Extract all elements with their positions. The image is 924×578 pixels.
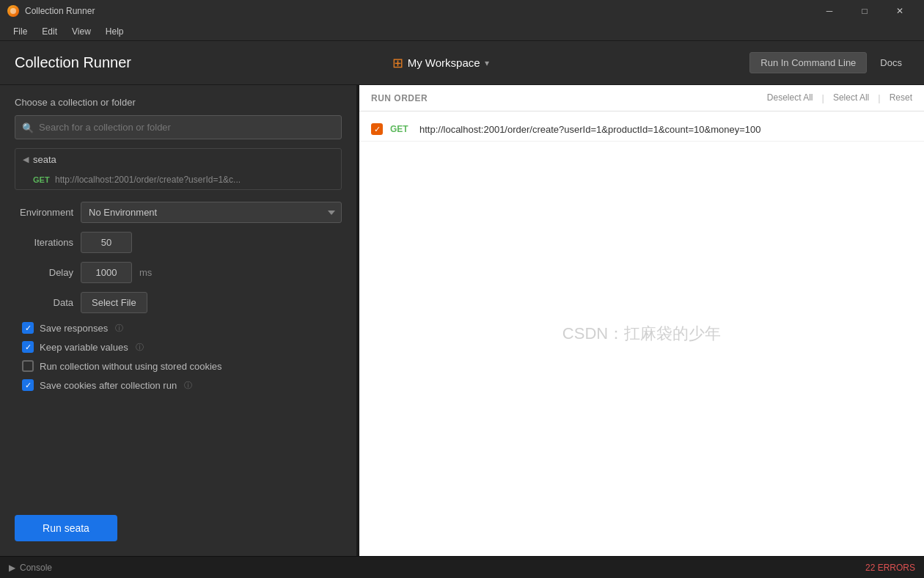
iterations-label: Iterations (15, 237, 73, 248)
run-item: GET http://localhost:2001/order/create?u… (359, 117, 924, 142)
search-icon: 🔍 (22, 122, 34, 133)
run-order-actions: Deselect All | Select All | Reset (767, 92, 912, 103)
menu-file[interactable]: File (6, 23, 34, 40)
run-list: GET http://localhost:2001/order/create?u… (359, 111, 924, 556)
save-responses-label: Save responses (40, 323, 108, 334)
save-cookies-row: Save cookies after collection run ⓘ (15, 379, 342, 391)
postman-icon (7, 5, 19, 17)
workspace-button[interactable]: ⊞ My Workspace ▾ (392, 55, 489, 71)
iterations-input[interactable] (81, 232, 132, 253)
run-command-line-button[interactable]: Run In Command Line (749, 52, 867, 73)
app-header: Collection Runner ⊞ My Workspace ▾ Run I… (0, 41, 924, 85)
sub-item[interactable]: GET http://localhost:2001/order/create?u… (15, 170, 341, 189)
collapse-icon: ◀ (23, 155, 29, 164)
keep-variable-info-icon[interactable]: ⓘ (136, 342, 144, 353)
iterations-row: Iterations (15, 232, 342, 253)
sub-item-url: http://localhost:2001/order/create?userI… (55, 175, 241, 185)
collection-item-seata[interactable]: ◀ seata (15, 149, 341, 170)
workspace-icon: ⊞ (392, 55, 403, 71)
run-no-cookies-checkbox[interactable] (22, 360, 34, 372)
docs-button[interactable]: Docs (873, 53, 909, 73)
menu-view[interactable]: View (65, 23, 98, 40)
separator-2: | (878, 92, 880, 103)
left-panel: Choose a collection or folder 🔍 ◀ seata … (0, 85, 359, 556)
save-responses-row: Save responses ⓘ (15, 322, 342, 334)
keep-variable-label: Keep variable values (40, 342, 128, 353)
run-btn-wrap: Run seata (0, 508, 356, 556)
deselect-all-link[interactable]: Deselect All (767, 92, 813, 103)
reset-link[interactable]: Reset (890, 92, 912, 103)
statusbar-left: ▶ Console (9, 563, 52, 573)
header-right: Run In Command Line Docs (749, 52, 909, 73)
close-button[interactable]: ✕ (883, 0, 917, 22)
delay-label: Delay (15, 267, 73, 278)
run-no-cookies-row: Run collection without using stored cook… (15, 360, 342, 372)
app-title: Collection Runner (15, 54, 131, 71)
statusbar: ▶ Console 22 ERRORS (0, 556, 924, 578)
menubar: File Edit View Help (0, 22, 924, 41)
environment-label: Environment (15, 207, 73, 218)
run-item-method: GET (390, 124, 412, 134)
main-layout: Choose a collection or folder 🔍 ◀ seata … (0, 85, 924, 556)
select-file-button[interactable]: Select File (81, 292, 147, 313)
delay-unit: ms (139, 267, 152, 278)
run-order-header: RUN ORDER Deselect All | Select All | Re… (359, 85, 924, 111)
console-label[interactable]: Console (20, 563, 52, 573)
search-box: 🔍 (15, 115, 342, 139)
search-input[interactable] (15, 115, 342, 139)
data-row: Data Select File (15, 292, 342, 313)
save-cookies-info-icon[interactable]: ⓘ (184, 380, 192, 391)
environment-select[interactable]: No Environment (81, 202, 342, 223)
run-no-cookies-label: Run collection without using stored cook… (40, 361, 222, 372)
choose-label: Choose a collection or folder (15, 97, 342, 108)
save-responses-checkbox[interactable] (22, 322, 34, 334)
maximize-button[interactable]: □ (848, 0, 881, 22)
minimize-button[interactable]: ─ (813, 0, 846, 22)
delay-input[interactable] (81, 262, 132, 283)
right-panel: RUN ORDER Deselect All | Select All | Re… (359, 85, 924, 556)
run-order-title: RUN ORDER (371, 93, 428, 103)
titlebar-left: Collection Runner (7, 5, 95, 17)
titlebar-title: Collection Runner (25, 6, 95, 16)
separator-1: | (822, 92, 824, 103)
save-cookies-checkbox[interactable] (22, 379, 34, 391)
workspace-label: My Workspace (408, 56, 480, 69)
save-responses-info-icon[interactable]: ⓘ (115, 323, 123, 334)
run-item-checkbox[interactable] (371, 123, 383, 135)
data-label: Data (15, 297, 73, 308)
menu-edit[interactable]: Edit (34, 23, 65, 40)
keep-variable-checkbox[interactable] (22, 341, 34, 353)
console-icon: ▶ (9, 563, 15, 573)
titlebar-controls: ─ □ ✕ (813, 0, 917, 22)
collection-list: ◀ seata GET http://localhost:2001/order/… (15, 148, 342, 190)
run-item-url: http://localhost:2001/order/create?userI… (419, 124, 760, 135)
collection-name: seata (33, 154, 56, 165)
select-all-link[interactable]: Select All (833, 92, 869, 103)
environment-row: Environment No Environment (15, 202, 342, 223)
errors-count: 22 ERRORS (865, 563, 915, 573)
delay-row: Delay ms (15, 262, 342, 283)
save-cookies-label: Save cookies after collection run (40, 380, 177, 391)
chevron-down-icon: ▾ (485, 58, 489, 68)
titlebar: Collection Runner ─ □ ✕ (0, 0, 924, 22)
left-panel-inner: Choose a collection or folder 🔍 ◀ seata … (0, 85, 356, 508)
watermark: CSDN：扛麻袋的少年 (562, 323, 721, 345)
menu-help[interactable]: Help (98, 23, 131, 40)
method-get: GET (33, 175, 50, 184)
form-section: Environment No Environment Iterations De… (15, 202, 342, 313)
run-button[interactable]: Run seata (15, 515, 117, 541)
checkboxes-section: Save responses ⓘ Keep variable values ⓘ … (15, 322, 342, 391)
keep-variable-row: Keep variable values ⓘ (15, 341, 342, 353)
